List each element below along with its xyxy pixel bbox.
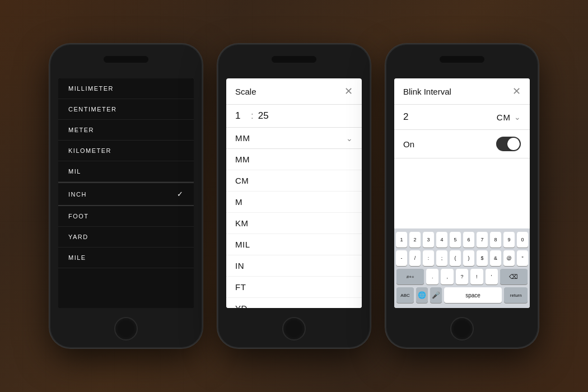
scale-separator: : <box>251 110 254 122</box>
unit-item-kilometer[interactable]: KILOMETER <box>58 141 194 161</box>
kb-key-abc[interactable]: ABC <box>396 287 414 303</box>
phone-1: MILLIMETER CENTIMETER METER KILOMETER MI… <box>50 45 202 347</box>
kb-key-exclaim[interactable]: ! <box>470 269 483 284</box>
unit-item-yard[interactable]: YARD <box>58 227 194 248</box>
option-cm[interactable]: CM <box>226 170 362 192</box>
phone-top-bar-3 <box>440 56 484 63</box>
unit-item-mile[interactable]: MILE <box>58 248 194 268</box>
kb-key-2[interactable]: 2 <box>409 232 421 248</box>
scale-dialog: Scale ✕ 1 : 25 MM ⌄ MM CM M KM MIL IN FT… <box>226 78 362 308</box>
unit-item-foot[interactable]: FOOT <box>58 206 194 227</box>
option-in[interactable]: IN <box>226 255 362 277</box>
kb-key-semicolon[interactable]: ; <box>436 250 447 266</box>
option-mil[interactable]: MIL <box>226 234 362 255</box>
home-button-2[interactable] <box>282 317 306 340</box>
kb-key-apostrophe[interactable]: ' <box>486 269 498 284</box>
kb-key-slash[interactable]: / <box>409 250 421 266</box>
kb-key-ampersand[interactable]: & <box>490 250 501 266</box>
scale-close-button[interactable]: ✕ <box>344 86 353 96</box>
scale-unit-label: MM <box>235 133 250 143</box>
kb-key-colon[interactable]: : <box>423 250 434 266</box>
phone-3: Blink Interval ✕ 2 CM ⌄ On 1 <box>386 45 538 347</box>
kb-key-globe[interactable]: 🌐 <box>416 287 428 303</box>
kb-key-close-paren[interactable]: ) <box>463 250 474 266</box>
option-yd[interactable]: YD <box>226 298 362 308</box>
kb-key-open-paren[interactable]: ( <box>450 250 461 266</box>
scale-right-value[interactable]: 25 <box>258 110 269 122</box>
scale-dialog-header: Scale ✕ <box>226 78 362 105</box>
unit-item-inch[interactable]: INCH ✓ <box>58 183 194 206</box>
checkmark-icon: ✓ <box>177 190 184 198</box>
blink-dialog-title: Blink Interval <box>403 87 451 96</box>
kb-key-minus[interactable]: - <box>396 250 407 266</box>
blink-toggle-row: On <box>394 130 530 158</box>
blink-value[interactable]: 2 <box>403 111 408 123</box>
blink-unit-label: CM <box>497 113 511 122</box>
unit-list: MILLIMETER CENTIMETER METER KILOMETER MI… <box>58 78 194 308</box>
blink-close-button[interactable]: ✕ <box>512 86 521 96</box>
option-mm[interactable]: MM <box>226 149 362 170</box>
kb-key-quote[interactable]: " <box>517 250 528 266</box>
kb-key-question[interactable]: ? <box>456 269 468 284</box>
home-button-3[interactable] <box>450 317 474 340</box>
kb-row-symbols: - / : ; ( ) $ & @ " <box>396 250 528 266</box>
kb-key-7[interactable]: 7 <box>477 232 488 248</box>
kb-key-mic[interactable]: 🎤 <box>430 287 442 303</box>
kb-key-3[interactable]: 3 <box>423 232 434 248</box>
blink-value-row: 2 CM ⌄ <box>394 105 530 130</box>
blink-dialog-header: Blink Interval ✕ <box>394 78 530 105</box>
kb-key-8[interactable]: 8 <box>490 232 501 248</box>
option-km[interactable]: KM <box>226 213 362 234</box>
kb-key-at[interactable]: @ <box>503 250 515 266</box>
phone-1-screen: MILLIMETER CENTIMETER METER KILOMETER MI… <box>58 78 194 308</box>
kb-key-0[interactable]: 0 <box>517 232 528 248</box>
blink-on-label: On <box>403 139 414 149</box>
unit-item-millimeter[interactable]: MILLIMETER <box>58 78 194 99</box>
phone-top-bar-2 <box>272 56 316 63</box>
option-m[interactable]: M <box>226 192 362 213</box>
kb-key-9[interactable]: 9 <box>503 232 515 248</box>
blink-content: Blink Interval ✕ 2 CM ⌄ On <box>394 78 530 228</box>
ios-keyboard: 1 2 3 4 5 6 7 8 9 0 - / : ; ( ) <box>394 228 530 308</box>
blink-dropdown-arrow-icon: ⌄ <box>514 113 521 122</box>
kb-key-backspace[interactable]: ⌫ <box>500 269 528 284</box>
kb-key-4[interactable]: 4 <box>436 232 447 248</box>
kb-key-6[interactable]: 6 <box>463 232 474 248</box>
kb-key-space[interactable]: space <box>444 287 502 303</box>
scale-input-row: 1 : 25 <box>226 105 362 128</box>
kb-key-1[interactable]: 1 <box>396 232 407 248</box>
phone-top-bar <box>104 56 148 63</box>
scale-dialog-title: Scale <box>235 87 256 96</box>
kb-key-5[interactable]: 5 <box>450 232 461 248</box>
scale-left-value[interactable]: 1 <box>235 110 246 122</box>
phone-2: Scale ✕ 1 : 25 MM ⌄ MM CM M KM MIL IN FT… <box>218 45 370 347</box>
kb-key-period[interactable]: . <box>426 269 438 284</box>
phone-2-screen: Scale ✕ 1 : 25 MM ⌄ MM CM M KM MIL IN FT… <box>226 78 362 308</box>
scale-unit-dropdown[interactable]: MM ⌄ <box>226 128 362 149</box>
unit-item-meter[interactable]: METER <box>58 120 194 141</box>
unit-item-mil[interactable]: MIL <box>58 161 194 182</box>
blink-toggle[interactable] <box>496 137 521 151</box>
kb-key-comma[interactable]: , <box>441 269 453 284</box>
dropdown-arrow-icon: ⌄ <box>346 134 353 143</box>
kb-key-return[interactable]: return <box>504 287 528 303</box>
option-ft[interactable]: FT <box>226 277 362 298</box>
kb-row-more: #+= . , ? ! ' ⌫ <box>396 269 528 284</box>
kb-key-dollar[interactable]: $ <box>477 250 488 266</box>
home-button-1[interactable] <box>114 317 138 340</box>
blink-dialog: Blink Interval ✕ 2 CM ⌄ On 1 <box>394 78 530 308</box>
dropdown-options-list: MM CM M KM MIL IN FT YD <box>226 149 362 308</box>
phone-3-screen: Blink Interval ✕ 2 CM ⌄ On 1 <box>394 78 530 308</box>
kb-key-symbols[interactable]: #+= <box>396 269 424 284</box>
kb-row-bottom: ABC 🌐 🎤 space return <box>396 287 528 303</box>
blink-unit-dropdown[interactable]: CM ⌄ <box>497 113 521 122</box>
unit-item-centimeter[interactable]: CENTIMETER <box>58 99 194 120</box>
kb-row-numbers: 1 2 3 4 5 6 7 8 9 0 <box>396 232 528 248</box>
